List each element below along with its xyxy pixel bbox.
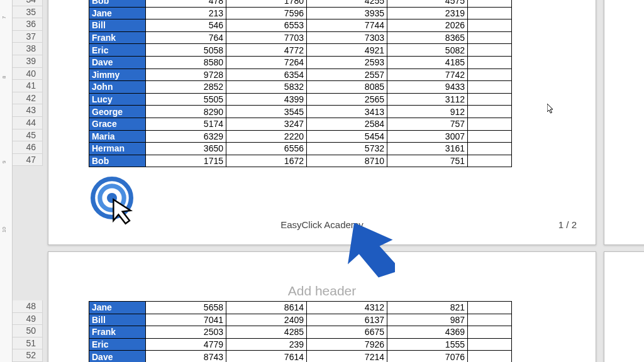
row-header[interactable]: 41 [13, 80, 43, 92]
value-cell[interactable]: 8290 [146, 106, 226, 118]
row-header[interactable]: 35 [13, 6, 43, 19]
row-header[interactable]: 45 [13, 129, 43, 142]
row-header[interactable]: 40 [13, 68, 43, 80]
empty-cell[interactable] [468, 56, 512, 69]
table-row[interactable]: Herman3650655657323161 [89, 143, 512, 155]
row-header[interactable]: 48 [13, 300, 43, 313]
value-cell[interactable]: 2026 [387, 19, 468, 32]
value-cell[interactable]: 6137 [307, 314, 387, 326]
table-row[interactable]: John2852583280859433 [89, 81, 512, 94]
value-cell[interactable]: 6329 [146, 130, 226, 143]
value-cell[interactable]: 5732 [307, 143, 387, 155]
value-cell[interactable]: 5658 [146, 302, 226, 314]
value-cell[interactable]: 7596 [226, 7, 307, 19]
name-cell[interactable]: Bob [89, 155, 146, 167]
value-cell[interactable]: 7214 [307, 351, 387, 362]
value-cell[interactable]: 3161 [387, 143, 468, 155]
value-cell[interactable]: 2852 [146, 81, 226, 94]
name-cell[interactable]: Bill [89, 314, 146, 326]
table-row[interactable]: George829035453413912 [89, 106, 512, 118]
value-cell[interactable]: 213 [146, 7, 226, 19]
value-cell[interactable]: 2593 [307, 56, 387, 69]
value-cell[interactable]: 3545 [226, 106, 307, 118]
page-1[interactable]: Bob478178042554575Jane213759639352319Bil… [48, 0, 596, 245]
name-cell[interactable]: Jane [89, 302, 146, 314]
name-cell[interactable]: Herman [89, 143, 146, 155]
value-cell[interactable]: 4185 [387, 56, 468, 69]
value-cell[interactable]: 757 [387, 118, 468, 130]
name-cell[interactable]: Dave [89, 56, 146, 69]
row-header[interactable]: 47 [13, 154, 43, 167]
value-cell[interactable]: 478 [146, 0, 226, 7]
value-cell[interactable]: 2503 [146, 326, 226, 339]
value-cell[interactable]: 4772 [226, 44, 307, 57]
table-row[interactable]: Maria6329222054543007 [89, 130, 512, 143]
table-row[interactable]: Eric477923979261555 [89, 338, 512, 351]
adjacent-page-2[interactable] [604, 251, 644, 362]
value-cell[interactable]: 912 [387, 106, 468, 118]
empty-cell[interactable] [468, 326, 512, 339]
value-cell[interactable]: 6354 [226, 69, 307, 81]
empty-cell[interactable] [468, 0, 512, 7]
name-cell[interactable]: Frank [89, 326, 146, 339]
row-header[interactable]: 51 [13, 337, 43, 350]
value-cell[interactable]: 6553 [226, 19, 307, 32]
name-cell[interactable]: Grace [89, 118, 146, 130]
row-header[interactable]: 38 [13, 43, 43, 55]
value-cell[interactable]: 4779 [146, 338, 226, 351]
value-cell[interactable]: 7614 [226, 351, 307, 362]
value-cell[interactable]: 2319 [387, 7, 468, 19]
row-header[interactable]: 50 [13, 325, 43, 337]
value-cell[interactable]: 6675 [307, 326, 387, 339]
table-row[interactable]: Jimmy9728635425577742 [89, 69, 512, 81]
value-cell[interactable]: 5058 [146, 44, 226, 57]
value-cell[interactable]: 5832 [226, 81, 307, 94]
name-cell[interactable]: Eric [89, 44, 146, 57]
row-header[interactable]: 49 [13, 313, 43, 326]
value-cell[interactable]: 4255 [307, 0, 387, 7]
table-row[interactable]: Bill546655377442026 [89, 19, 512, 32]
value-cell[interactable]: 1715 [146, 155, 226, 167]
empty-cell[interactable] [468, 314, 512, 326]
value-cell[interactable]: 4575 [387, 0, 468, 7]
table-row[interactable]: Dave8743761472147076 [89, 351, 512, 362]
table-row[interactable]: Bob478178042554575 [89, 0, 512, 7]
value-cell[interactable]: 3650 [146, 143, 226, 155]
empty-cell[interactable] [468, 351, 512, 362]
value-cell[interactable]: 239 [226, 338, 307, 351]
value-cell[interactable]: 751 [387, 155, 468, 167]
value-cell[interactable]: 8580 [146, 56, 226, 69]
value-cell[interactable]: 4921 [307, 44, 387, 57]
table-row[interactable]: Grace517432472584757 [89, 118, 512, 130]
empty-cell[interactable] [468, 69, 512, 81]
value-cell[interactable]: 7041 [146, 314, 226, 326]
value-cell[interactable]: 7076 [387, 351, 468, 362]
name-cell[interactable]: Frank [89, 31, 146, 44]
value-cell[interactable]: 2557 [307, 69, 387, 81]
empty-cell[interactable] [468, 93, 512, 106]
value-cell[interactable]: 7744 [307, 19, 387, 32]
value-cell[interactable]: 8614 [226, 302, 307, 314]
value-cell[interactable]: 987 [387, 314, 468, 326]
value-cell[interactable]: 8365 [387, 31, 468, 44]
row-header[interactable]: 46 [13, 141, 43, 154]
row-header[interactable]: 52 [13, 349, 43, 362]
value-cell[interactable]: 3247 [226, 118, 307, 130]
data-table-1[interactable]: Bob478178042554575Jane213759639352319Bil… [89, 0, 512, 167]
name-cell[interactable]: Bob [89, 0, 146, 7]
empty-cell[interactable] [468, 143, 512, 155]
table-row[interactable]: Jane213759639352319 [89, 7, 512, 19]
empty-cell[interactable] [468, 106, 512, 118]
empty-cell[interactable] [468, 155, 512, 167]
footer-page-number[interactable]: 1 / 2 [558, 219, 577, 230]
value-cell[interactable]: 8743 [146, 351, 226, 362]
empty-cell[interactable] [468, 130, 512, 143]
value-cell[interactable]: 3007 [387, 130, 468, 143]
value-cell[interactable]: 7303 [307, 31, 387, 44]
value-cell[interactable]: 821 [387, 302, 468, 314]
empty-cell[interactable] [468, 31, 512, 44]
value-cell[interactable]: 1672 [226, 155, 307, 167]
name-cell[interactable]: Lucy [89, 93, 146, 106]
value-cell[interactable]: 8085 [307, 81, 387, 94]
empty-cell[interactable] [468, 19, 512, 32]
